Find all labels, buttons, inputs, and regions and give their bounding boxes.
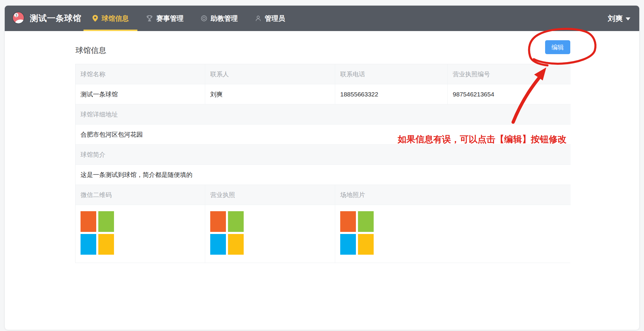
header-venue-name: 球馆名称	[76, 64, 205, 84]
header-license-number: 营业执照编号	[448, 64, 571, 84]
double-circle-icon	[201, 15, 207, 22]
page-title: 球馆信息	[76, 45, 106, 56]
tab-administrator[interactable]: 管理员	[246, 6, 294, 31]
business-license-image-placeholder	[210, 211, 244, 255]
tab-venue-info[interactable]: 球馆信息	[83, 6, 137, 31]
value-license-number: 987546213654	[448, 84, 571, 104]
billiard-ball-logo-icon: 3	[12, 11, 25, 25]
main-card: 3 测试一条球馆 球馆信息	[4, 5, 640, 330]
nav-tabs: 球馆信息 赛事管理	[83, 6, 294, 31]
location-pin-icon	[92, 14, 98, 22]
trophy-icon	[146, 15, 153, 22]
venue-brand-name: 测试一条球馆	[30, 13, 81, 24]
value-address: 合肥市包河区包河花园	[76, 125, 571, 145]
tab-label: 赛事管理	[156, 14, 184, 23]
user-menu[interactable]: 刘爽	[608, 6, 630, 31]
header-wechat-qr: 微信二维码	[76, 185, 205, 205]
tab-assistant-management[interactable]: 助教管理	[192, 6, 246, 31]
header-contact-person: 联系人	[205, 64, 335, 84]
tab-label: 球馆信息	[102, 14, 129, 23]
business-license-cell	[205, 205, 335, 263]
venue-image-placeholder	[340, 211, 374, 255]
user-name: 刘爽	[608, 14, 623, 23]
wechat-qr-cell	[76, 205, 205, 263]
brand: 3 测试一条球馆	[12, 6, 81, 31]
header-intro: 球馆简介	[76, 145, 571, 165]
venue-info-table: 球馆名称 联系人 联系电话 营业执照编号 测试一条球馆 刘爽 188556633…	[75, 64, 570, 263]
caret-down-icon	[626, 17, 630, 20]
tab-label: 助教管理	[211, 14, 238, 23]
venue-photo-cell	[335, 205, 571, 263]
top-navbar: 3 测试一条球馆 球馆信息	[5, 6, 639, 31]
value-venue-name: 测试一条球馆	[76, 84, 205, 104]
value-contact-person: 刘爽	[205, 84, 335, 104]
edit-button[interactable]: 编辑	[545, 40, 570, 54]
value-contact-phone: 18855663322	[335, 84, 448, 104]
header-address: 球馆详细地址	[76, 104, 571, 125]
header-business-license: 营业执照	[205, 185, 335, 205]
person-icon	[255, 15, 261, 22]
svg-text:3: 3	[15, 13, 17, 17]
header-venue-photos: 场地照片	[335, 185, 571, 205]
header-contact-phone: 联系电话	[335, 64, 448, 84]
tab-label: 管理员	[265, 14, 285, 23]
tab-event-management[interactable]: 赛事管理	[137, 6, 192, 31]
wechat-qr-image-placeholder	[81, 211, 114, 255]
value-intro: 这是一条测试到球馆，简介都是随便填的	[76, 165, 571, 185]
